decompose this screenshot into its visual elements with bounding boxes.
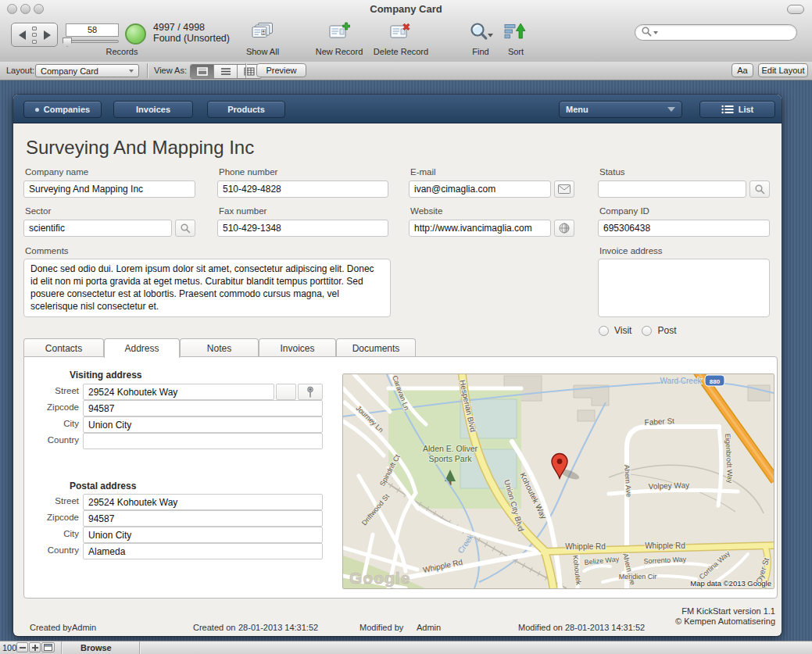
- website-label: Website: [410, 206, 442, 216]
- zoom-out-icon: [20, 645, 26, 651]
- record-slider-thumb[interactable]: [63, 38, 72, 47]
- company-card: Companies Invoices Products Menu: [13, 95, 782, 636]
- phone-field[interactable]: [217, 180, 388, 198]
- sort-button[interactable]: Sort: [502, 47, 530, 56]
- previous-record-icon[interactable]: [19, 30, 26, 40]
- show-all-icon[interactable]: [252, 22, 274, 44]
- find-button[interactable]: Find: [467, 47, 495, 56]
- card-header: Companies Invoices Products Menu: [13, 95, 782, 123]
- modified-on-value: 28-01-2013 14:31:52: [565, 623, 645, 632]
- tab-documents[interactable]: Documents: [336, 338, 416, 357]
- edit-layout-button[interactable]: Edit Layout: [758, 63, 808, 77]
- map-label-ward-creek: Ward Creek: [660, 377, 703, 385]
- tab-contacts[interactable]: Contacts: [23, 338, 104, 357]
- invoice-address-label: Invoice address: [599, 246, 663, 256]
- record-slider[interactable]: [66, 40, 119, 43]
- divider: [245, 63, 246, 78]
- zoom-out-button[interactable]: [16, 642, 28, 652]
- post-radio[interactable]: [642, 326, 652, 336]
- map-web-viewer[interactable]: .rl{font-size:10px;fill:#5e5a49;paint-or…: [342, 373, 774, 589]
- search-icon: [642, 27, 652, 39]
- current-record-field[interactable]: 58: [66, 23, 119, 37]
- found-count-status: Found (Unsorted): [153, 33, 230, 44]
- sort-icon[interactable]: [504, 22, 527, 44]
- mode-selector[interactable]: Browse: [80, 643, 112, 652]
- send-email-button[interactable]: [554, 180, 574, 198]
- sector-field[interactable]: [23, 220, 172, 237]
- status-bar: 100 Browse: [0, 641, 812, 654]
- globe-icon: [559, 223, 570, 234]
- preview-button[interactable]: Preview: [256, 63, 306, 77]
- email-field[interactable]: [409, 180, 551, 198]
- created-by-label: Created by: [30, 623, 72, 632]
- map-label-faber: Faber St: [644, 416, 674, 427]
- divider: [61, 641, 62, 654]
- map-pin-icon: [306, 386, 315, 398]
- record-navigation-book[interactable]: [11, 23, 58, 47]
- tab-address[interactable]: Address: [104, 338, 180, 358]
- zoom-in-button[interactable]: [29, 642, 41, 652]
- records-label: Records: [78, 47, 166, 56]
- sector-label: Sector: [25, 206, 51, 216]
- modified-by-label: Modified by: [359, 623, 403, 632]
- open-website-button[interactable]: [554, 220, 574, 237]
- form-view-button[interactable]: [191, 65, 214, 78]
- invoice-address-field[interactable]: [598, 259, 770, 317]
- new-record-button[interactable]: New Record: [312, 47, 367, 56]
- created-by-value: Admin: [72, 623, 96, 632]
- menu-dropdown-label: Menu: [566, 105, 663, 114]
- book-spine-icon: [32, 27, 37, 44]
- layout-label: Layout:: [6, 66, 34, 75]
- show-on-map-button[interactable]: [298, 384, 323, 400]
- nav-invoices-button[interactable]: Invoices: [113, 101, 193, 118]
- visiting-country-label: Country: [24, 435, 79, 445]
- visiting-zipcode-field[interactable]: [83, 400, 323, 416]
- postal-country-field[interactable]: [83, 543, 323, 559]
- toggle-status-toolbar-button[interactable]: [41, 642, 55, 652]
- list-view-button[interactable]: [214, 65, 238, 78]
- website-field[interactable]: [409, 220, 551, 237]
- tab-invoices[interactable]: Invoices: [259, 338, 336, 357]
- layout-bar: Layout: Company Card View As:: [0, 62, 812, 80]
- created-on-value: 28-01-2013 14:31:52: [238, 623, 318, 632]
- show-all-button[interactable]: Show All: [236, 47, 289, 56]
- postal-country-label: Country: [24, 545, 79, 555]
- visiting-country-field[interactable]: [83, 433, 323, 449]
- delete-record-button[interactable]: Delete Record: [371, 47, 431, 56]
- divider: [139, 641, 140, 654]
- visit-radio[interactable]: [599, 326, 609, 336]
- street-extra-button[interactable]: [276, 384, 296, 400]
- layout-selector[interactable]: Company Card: [35, 64, 139, 77]
- map-label-park-line2: Sports Park: [429, 454, 473, 463]
- comments-field[interactable]: Donec sed odio dui. Lorem ipsum dolor si…: [23, 259, 391, 317]
- view-as-segmented-control: [190, 64, 262, 79]
- menu-dropdown[interactable]: Menu: [559, 101, 682, 118]
- text-formatting-button[interactable]: Aa: [732, 63, 753, 77]
- modified-by-value: Admin: [417, 623, 441, 632]
- tab-notes[interactable]: Notes: [180, 338, 259, 357]
- find-icon[interactable]: [469, 22, 494, 45]
- toolbar-toggle-button[interactable]: [787, 5, 804, 14]
- search-scope-arrow-icon[interactable]: [653, 31, 658, 34]
- nav-products-label: Products: [227, 105, 265, 114]
- company-id-field[interactable]: [598, 220, 770, 237]
- fax-field[interactable]: [217, 220, 388, 237]
- new-record-icon[interactable]: [329, 22, 350, 44]
- sector-search-button[interactable]: [175, 220, 195, 237]
- visiting-street-field[interactable]: [83, 384, 274, 400]
- postal-zipcode-field[interactable]: [83, 510, 323, 527]
- layout-selector-arrow-icon: [129, 70, 134, 73]
- quick-find-input[interactable]: [635, 24, 797, 41]
- postal-city-field[interactable]: [83, 527, 323, 543]
- nav-companies-button[interactable]: Companies: [23, 101, 102, 118]
- nav-products-button[interactable]: Products: [207, 101, 285, 118]
- delete-record-icon[interactable]: [390, 22, 411, 44]
- company-name-field[interactable]: [23, 180, 195, 198]
- postal-street-field[interactable]: [83, 494, 323, 510]
- status-field[interactable]: [598, 180, 746, 198]
- list-view-toggle-button[interactable]: List: [699, 101, 775, 118]
- next-record-icon[interactable]: [44, 30, 51, 40]
- status-search-button[interactable]: [749, 180, 770, 198]
- visiting-city-field[interactable]: [83, 416, 323, 433]
- magnifier-icon: [181, 223, 191, 234]
